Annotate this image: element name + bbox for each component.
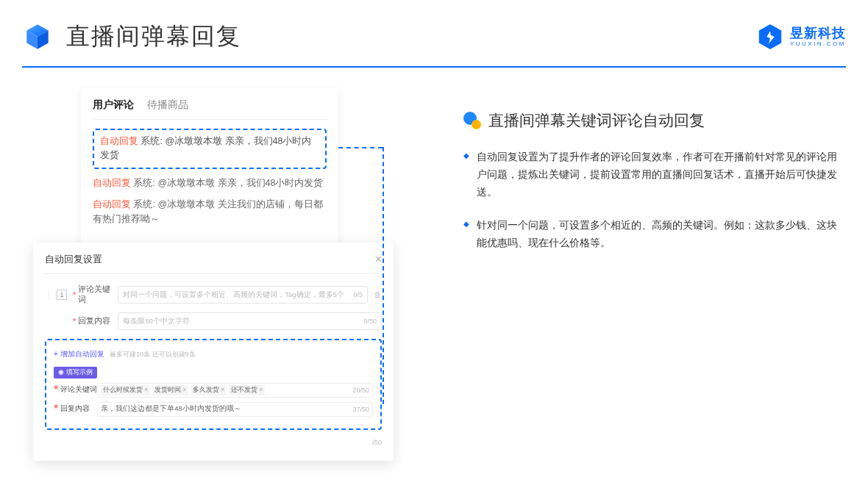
delete-icon[interactable]: 🗑	[374, 290, 382, 299]
comment-item: 自动回复 系统: @冰墩墩本墩 关注我们的店铺，每日都有热门推荐呦～	[93, 198, 327, 226]
page-title: 直播间弹幕回复	[66, 21, 241, 53]
header-divider	[22, 66, 846, 68]
row-index: 1	[57, 290, 67, 300]
bullet-item: 自动回复设置为了提升作者的评论回复效率，作者可在开播前针对常见的评论用户问题，提…	[463, 148, 846, 201]
brand-block: 昱新科技 YUUXIN.COM	[756, 23, 846, 51]
keyword-label: 评论关键词	[78, 284, 118, 305]
comment-item: 自动回复 系统: @冰墩墩本墩 亲亲，我们48小时内发货	[93, 176, 327, 190]
tab-pending-products[interactable]: 待播商品	[147, 98, 188, 112]
cube-icon	[22, 21, 53, 52]
section-title: 直播间弹幕关键词评论自动回复	[488, 110, 705, 131]
auto-reply-tag: 自动回复	[100, 136, 138, 146]
keyword-chip[interactable]: 多久发货	[191, 385, 227, 395]
auto-reply-settings-modal: 自动回复设置 × ⋮⋮ 1 * 评论关键词 对同一个问题，可设置多个相近、高频的…	[33, 243, 394, 461]
ex-reply-label: 回复内容	[60, 404, 97, 414]
close-icon[interactable]: ×	[375, 253, 382, 266]
reply-label: 回复内容	[78, 316, 118, 326]
example-block: + 增加自动回复 最多可建10条 还可以创建9条 ◉ 填写示例 * 评论关键词 …	[45, 339, 382, 430]
drag-handle-icon[interactable]: ⋮⋮	[45, 291, 52, 299]
ex-keyword-tags[interactable]: 什么时候发货 发货时间 多久发货 还不发货 20/50	[97, 383, 373, 398]
keyword-chip[interactable]: 还不发货	[229, 385, 265, 395]
ex-keyword-label: 评论关键词	[60, 385, 97, 395]
tab-user-comments[interactable]: 用户评论	[93, 98, 134, 112]
connector-line	[383, 147, 384, 404]
add-auto-reply-link[interactable]: + 增加自动回复	[54, 349, 104, 359]
ex-reply-input[interactable]: 亲，我们这边都是下单48小时内发货的哦～ 37/50	[97, 402, 373, 417]
brand-name: 昱新科技	[790, 26, 846, 40]
modal-title: 自动回复设置	[45, 253, 102, 266]
reply-input[interactable]: 每条限50个中文字符 0/50	[118, 312, 382, 330]
example-badge: ◉ 填写示例	[54, 367, 97, 378]
connector-line	[338, 147, 383, 148]
keyword-input[interactable]: 对同一个问题，可设置多个相近、高频的关键词，Tag确定，最多5个 0/5	[118, 286, 368, 304]
bubble-icon	[463, 112, 481, 129]
brand-url: YUUXIN.COM	[790, 41, 846, 47]
keyword-chip[interactable]: 发货时间	[152, 385, 188, 395]
auto-reply-tag: 自动回复	[93, 178, 131, 188]
keyword-chip[interactable]: 什么时候发货	[101, 385, 150, 395]
bullet-item: 针对同一个问题，可设置多个相近的、高频的关键词。例如：这款多少钱、这块能优惠吗、…	[463, 217, 846, 252]
bottom-counter: /50	[372, 439, 382, 446]
comment-text: 系统: @冰墩墩本墩 亲亲，我们48小时内发货	[133, 178, 323, 188]
brand-logo-icon	[756, 23, 784, 51]
auto-reply-tag: 自动回复	[93, 199, 131, 209]
comment-highlighted: 自动回复 系统: @冰墩墩本墩 亲亲，我们48小时内发货	[93, 129, 327, 169]
add-hint: 最多可建10条 还可以创建9条	[110, 351, 196, 358]
